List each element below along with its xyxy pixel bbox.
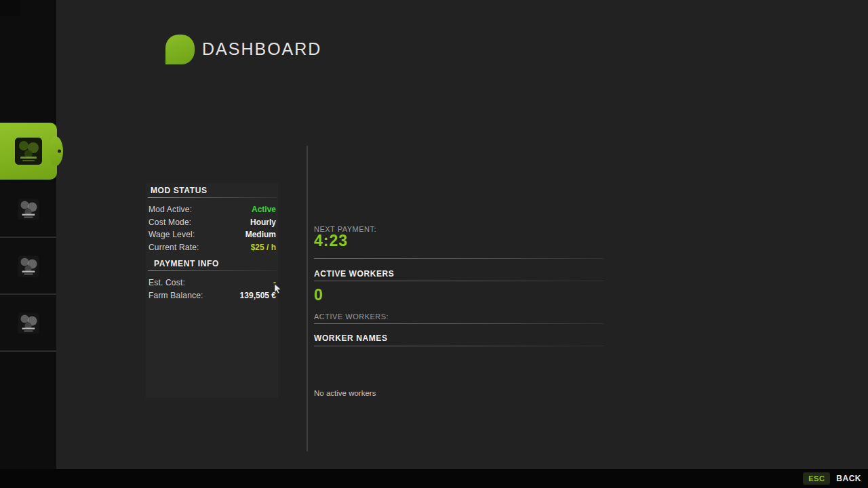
active-workers-count: 0: [314, 286, 323, 304]
section-divider: [314, 346, 604, 346]
sidebar-item-contract-mod-selected[interactable]: [0, 123, 57, 180]
farm-balance-value: 139,505 €: [240, 291, 276, 300]
sidebar-item-mod-2[interactable]: [0, 182, 56, 238]
current-rate-value: $25 / h: [251, 243, 276, 252]
mod-status-divider: [148, 197, 277, 198]
mod-thumbnail-icon: [18, 199, 39, 220]
dashboard-leaf-logo-icon: [165, 35, 195, 64]
mod-thumbnail-icon: [15, 138, 42, 165]
wage-level-label: Wage Level:: [149, 230, 195, 239]
page-title: DASHBOARD: [202, 39, 321, 59]
farm-balance-row: Farm Balance: 139,505 €: [149, 290, 276, 300]
no-active-workers-message: No active workers: [314, 389, 376, 397]
est-cost-label: Est. Cost:: [149, 278, 185, 287]
current-rate-row: Current Rate: $25 / h: [149, 242, 276, 252]
sidebar-item-mod-4[interactable]: [0, 296, 56, 352]
payment-info-header: PAYMENT INFO: [154, 259, 219, 268]
mouse-cursor-icon: [274, 284, 282, 293]
back-button[interactable]: BACK: [836, 474, 861, 483]
est-cost-row: Est. Cost: -: [149, 277, 276, 287]
selected-tab-pointer-dot: [58, 150, 61, 153]
mod-active-row: Mod Active: Active: [149, 204, 276, 214]
mod-active-value: Active: [252, 205, 276, 214]
section-divider: [314, 323, 604, 324]
current-rate-label: Current Rate:: [149, 243, 199, 252]
mod-sidebar: [0, 0, 56, 469]
active-workers-header: ACTIVE WORKERS: [314, 269, 394, 279]
dashboard-screen: DASHBOARD MOD STATUS Mod Active: Active …: [0, 0, 868, 488]
mod-active-label: Mod Active:: [149, 205, 192, 214]
mod-thumbnail-icon: [18, 256, 39, 277]
corner-decoration: [0, 0, 20, 16]
mod-status-header: MOD STATUS: [151, 186, 208, 195]
cost-mode-value: Hourly: [250, 218, 276, 227]
footer-bar: ESC BACK: [0, 469, 868, 488]
farm-balance-label: Farm Balance:: [149, 291, 203, 300]
section-divider: [314, 258, 604, 259]
worker-names-header: WORKER NAMES: [314, 333, 388, 343]
cost-mode-row: Cost Mode: Hourly: [149, 217, 276, 227]
wage-level-value: Medium: [245, 230, 276, 239]
column-divider: [307, 146, 308, 451]
cost-mode-label: Cost Mode:: [149, 218, 191, 227]
next-payment-timer: 4:23: [314, 232, 348, 250]
active-workers-sublabel: ACTIVE WORKERS:: [314, 312, 389, 321]
payment-info-divider: [148, 270, 277, 271]
section-divider: [314, 281, 604, 281]
sidebar-item-mod-3[interactable]: [0, 239, 56, 295]
status-panel: MOD STATUS Mod Active: Active Cost Mode:…: [146, 183, 278, 398]
esc-keycap[interactable]: ESC: [803, 472, 830, 485]
wage-level-row: Wage Level: Medium: [149, 230, 276, 240]
mod-thumbnail-icon: [18, 312, 39, 333]
